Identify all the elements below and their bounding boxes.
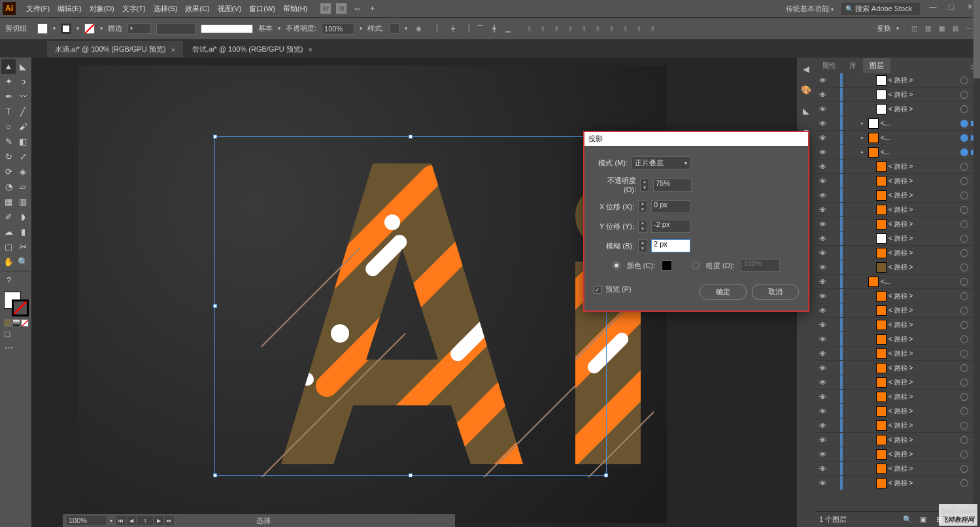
align-right[interactable]: ▕ <box>461 23 473 35</box>
target-icon[interactable] <box>960 177 968 185</box>
scale-tool[interactable]: ⤢ <box>16 149 30 164</box>
cancel-button[interactable]: 取消 <box>752 284 799 300</box>
layer-row[interactable]: 👁< 路径 > <box>815 347 980 361</box>
target-icon[interactable] <box>960 436 968 444</box>
visibility-toggle[interactable]: 👁 <box>817 321 828 329</box>
visibility-toggle[interactable]: 👁 <box>817 335 828 343</box>
preview-checkbox[interactable] <box>594 286 601 294</box>
hand-tool[interactable]: ✋ <box>1 254 16 269</box>
document-tab[interactable]: 水滴.ai* @ 100% (RGB/GPU 预览)× <box>47 41 183 58</box>
y-offset-input[interactable]: -2 px <box>651 220 690 233</box>
minimize-btn[interactable]: — <box>925 3 941 14</box>
layer-row[interactable]: 👁< 路径 > <box>815 404 980 418</box>
brush-tool[interactable]: 🖌 <box>16 119 30 134</box>
visibility-toggle[interactable]: 👁 <box>817 292 828 300</box>
layer-row[interactable]: 👁< 路径 > <box>815 160 980 174</box>
line-tool[interactable]: ╱ <box>16 104 30 119</box>
align-to-btn[interactable]: ▤ <box>949 23 961 35</box>
stroke-weight[interactable]: ▾ <box>127 24 151 34</box>
target-icon[interactable] <box>960 379 968 386</box>
layer-row[interactable]: 👁< 路径 > <box>815 332 980 347</box>
search-stock[interactable]: 🔍 搜索 Adobe Stock <box>841 3 920 15</box>
layer-row[interactable]: 👁< 路径 > <box>815 447 980 462</box>
target-icon[interactable] <box>960 350 968 358</box>
target-icon[interactable] <box>960 120 968 128</box>
isolate-btn[interactable]: ◫ <box>908 23 920 35</box>
stroke-color[interactable] <box>12 299 29 316</box>
layer-row[interactable]: 👁< 路径 > <box>815 188 980 203</box>
eyedropper-tool[interactable]: ✐ <box>1 209 16 224</box>
edit-toolbar-btn[interactable]: ⋯ <box>1 340 16 355</box>
visibility-toggle[interactable]: 👁 <box>817 350 828 358</box>
visibility-toggle[interactable]: 👁 <box>817 105 828 113</box>
expand-icon[interactable]: ▸ <box>858 135 866 141</box>
layer-row[interactable]: 👁< 路径 > <box>815 246 980 260</box>
prev-artboard[interactable]: ◀ <box>127 516 136 525</box>
target-icon[interactable] <box>960 220 968 228</box>
mesh-tool[interactable]: ▦ <box>1 194 16 209</box>
gradient-tool[interactable]: ▥ <box>16 194 30 209</box>
graph-tool[interactable]: ▮ <box>16 224 30 239</box>
swatches-panel-icon[interactable]: ◣ <box>800 105 812 116</box>
scrollbar-thumb[interactable] <box>973 73 980 78</box>
magic-wand-tool[interactable]: ✦ <box>1 74 16 89</box>
transform-label[interactable]: 变换 <box>877 24 891 33</box>
tab-close-icon[interactable]: × <box>308 46 312 54</box>
layer-row[interactable]: 👁< 路径 > <box>815 361 980 375</box>
gradient-mode-btn[interactable] <box>12 319 20 327</box>
color-swatches[interactable] <box>1 292 30 318</box>
blend-mode-select[interactable]: 正片叠底▾ <box>632 156 690 169</box>
target-icon[interactable] <box>960 148 968 156</box>
layer-row[interactable]: 👁< 路径 > <box>815 433 980 447</box>
target-icon[interactable] <box>960 105 968 113</box>
visibility-toggle[interactable]: 👁 <box>817 422 828 430</box>
y-spinner[interactable]: ▲▼ <box>638 220 647 233</box>
edit-btn[interactable]: ▥ <box>922 23 934 35</box>
target-icon[interactable] <box>960 264 968 271</box>
visibility-toggle[interactable]: 👁 <box>817 206 828 214</box>
target-icon[interactable] <box>960 307 968 314</box>
stock-icon[interactable]: St <box>336 3 346 14</box>
visibility-toggle[interactable]: 👁 <box>817 249 828 257</box>
opacity-value[interactable]: 100% <box>322 23 354 35</box>
panel-tab-属性[interactable]: 属性 <box>815 58 843 73</box>
target-icon[interactable] <box>960 407 968 415</box>
layer-row[interactable]: 👁▸<... <box>815 116 980 131</box>
shadow-color-swatch[interactable] <box>662 260 672 271</box>
align-left[interactable]: ▏ <box>433 23 445 35</box>
target-icon[interactable] <box>960 335 968 343</box>
document-tab[interactable]: 尝试.ai* @ 100% (RGB/GPU 预览)× <box>184 41 320 58</box>
none-mode-btn[interactable] <box>21 319 29 327</box>
curvature-tool[interactable]: 〰 <box>16 89 30 104</box>
target-icon[interactable] <box>960 465 968 473</box>
color-panel-icon[interactable]: 🎨 <box>800 84 812 95</box>
selection-tool[interactable]: ▲ <box>1 59 16 74</box>
layer-row[interactable]: 👁< 路径 > <box>815 88 980 102</box>
workspace-selector[interactable]: 传统基本功能 ▾ <box>783 3 836 15</box>
style-swatch[interactable] <box>389 24 399 34</box>
layer-row[interactable]: 👁< 路径 > <box>815 73 980 88</box>
visibility-toggle[interactable]: 👁 <box>817 235 828 243</box>
layer-row[interactable]: 👁< 路径 > <box>815 462 980 476</box>
target-icon[interactable] <box>960 91 968 99</box>
shaper-tool[interactable]: ✎ <box>1 134 16 149</box>
tab-close-icon[interactable]: × <box>171 46 175 54</box>
color-radio[interactable] <box>613 262 620 269</box>
x-offset-input[interactable]: 0 px <box>651 200 690 213</box>
visibility-toggle[interactable]: 👁 <box>817 192 828 199</box>
layer-row[interactable]: 👁< 路径 > <box>815 318 980 332</box>
blend-tool[interactable]: ◗ <box>16 209 30 224</box>
locate-layer-btn[interactable]: 🔍 <box>902 514 913 526</box>
layer-row[interactable]: 👁< 路径 > <box>815 260 980 275</box>
direct-select-tool[interactable]: ◣ <box>16 59 30 74</box>
target-icon[interactable] <box>960 134 968 142</box>
layer-row[interactable]: 👁< 路径 > <box>815 303 980 318</box>
free-transform-tool[interactable]: ◈ <box>16 164 30 179</box>
align-top[interactable]: ▔ <box>475 23 486 35</box>
target-icon[interactable] <box>960 450 968 458</box>
layer-row[interactable]: 👁▸<... <box>815 131 980 145</box>
expand-icon[interactable]: ▸ <box>858 120 866 126</box>
layer-row[interactable]: 👁< 路径 > <box>815 375 980 390</box>
target-icon[interactable] <box>960 321 968 329</box>
maximize-btn[interactable]: ▢ <box>943 3 959 14</box>
